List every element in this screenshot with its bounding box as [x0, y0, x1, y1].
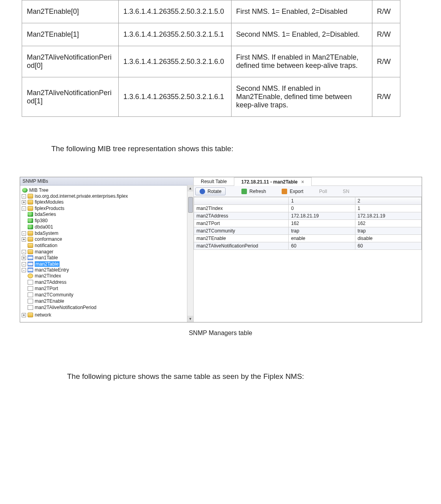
tab-result-table[interactable]: Result Table: [194, 177, 234, 186]
result-cell: 60: [355, 242, 422, 250]
tree-node[interactable]: network: [35, 312, 51, 318]
scroll-thumb[interactable]: [188, 197, 193, 213]
leaf-icon: [28, 218, 33, 223]
result-row-label: man2TPort: [194, 220, 289, 227]
expand-toggle[interactable]: -: [22, 231, 26, 236]
mib-cell-access: R/W: [372, 77, 400, 117]
tree-node[interactable]: fip380: [35, 218, 48, 223]
result-cell: 162: [355, 220, 422, 227]
expand-toggle[interactable]: +: [22, 313, 26, 317]
result-row-label: man2TIndex: [194, 205, 289, 212]
tree-node[interactable]: iso.org.dod.internet.private.enterprises…: [35, 193, 128, 199]
result-toolbar: Rotate Refresh Export Poll SN: [194, 186, 422, 197]
close-icon[interactable]: ×: [301, 179, 304, 185]
folder-icon: [28, 249, 33, 254]
column-icon: [28, 286, 33, 291]
key-icon: [28, 274, 33, 278]
result-row: man2TAddress172.18.21.19172.18.21.19: [194, 212, 422, 220]
result-cell: 0: [289, 205, 355, 212]
mib-table-row: Man2TEnable[1]1.3.6.1.4.1.26355.2.50.3.2…: [22, 23, 400, 46]
tree-scrollbar[interactable]: ▲ ▼: [187, 185, 193, 322]
result-cell: 162: [289, 220, 355, 227]
folder-icon: [28, 231, 33, 236]
result-row-label: man2TAddress: [194, 212, 289, 220]
leaf-icon: [28, 225, 33, 229]
export-label: Export: [290, 189, 303, 194]
tree-node[interactable]: man2TPort: [35, 286, 58, 291]
scroll-down-icon[interactable]: ▼: [187, 316, 193, 322]
intro-text: The following MIB tree representation sh…: [51, 144, 441, 153]
column-icon: [28, 292, 33, 297]
result-row: man2TPort162162: [194, 220, 422, 227]
tree-node[interactable]: notification: [35, 243, 57, 248]
tree-node[interactable]: man2TCommunity: [35, 292, 73, 298]
column-icon: [28, 280, 33, 285]
rotate-button[interactable]: Rotate: [195, 187, 226, 195]
expand-toggle[interactable]: +: [22, 200, 26, 204]
result-grid: 1 2 man2TIndex01man2TAddress172.18.21.19…: [194, 197, 422, 322]
mib-cell-name: Man2TEnable[1]: [22, 23, 119, 46]
expand-toggle[interactable]: +: [22, 237, 26, 242]
poll-label: Poll: [319, 189, 327, 194]
mib-cell-desc: Second NMS. If enabled in Man2TEnable, d…: [231, 77, 372, 117]
mib-tree-panel: SNMP MIBs MIB Tree - iso.org.dod.interne…: [20, 177, 194, 322]
mib-cell-name: Man2TEnable[0]: [22, 0, 119, 23]
expand-toggle[interactable]: -: [22, 206, 26, 211]
scroll-up-icon[interactable]: ▲: [187, 185, 193, 191]
mib-cell-desc: First NMS. 1= Enabled, 2=Disabled: [231, 0, 372, 23]
result-header-col2: 2: [355, 197, 422, 205]
mib-cell-desc: First NMS. If enabled in Man2TEnable, de…: [231, 46, 372, 77]
mib-table-row: Man2TAliveNotificationPeriod[1]1.3.6.1.4…: [22, 77, 400, 117]
result-row-label: man2TAliveNotificationPeriod: [194, 242, 289, 250]
tree-node[interactable]: man1Table: [35, 255, 58, 260]
poll-button[interactable]: Poll: [319, 189, 327, 194]
mib-cell-access: R/W: [372, 0, 400, 23]
result-cell: 172.18.21.19: [355, 212, 422, 220]
export-button[interactable]: Export: [282, 189, 303, 194]
mib-table-row: Man2TAliveNotificationPeriod[0]1.3.6.1.4…: [22, 46, 400, 77]
expand-toggle[interactable]: -: [22, 194, 26, 199]
refresh-icon: [241, 189, 247, 194]
result-cell: trap: [289, 227, 355, 235]
mib-cell-oid: 1.3.6.1.4.1.26355.2.50.3.2.1.6.1: [118, 77, 231, 117]
tree-node[interactable]: bdaSystem: [35, 230, 58, 236]
result-header-col1: 1: [289, 197, 355, 205]
mib-cell-oid: 1.3.6.1.4.1.26355.2.50.3.2.1.6.0: [118, 46, 231, 77]
mib-cell-name: Man2TAliveNotificationPeriod[0]: [22, 46, 119, 77]
expand-toggle[interactable]: -: [22, 262, 26, 266]
globe-icon: [22, 188, 28, 193]
mib-cell-name: Man2TAliveNotificationPeriod[1]: [22, 77, 119, 117]
result-row-label: man2TEnable: [194, 235, 289, 242]
tree-node[interactable]: man2TableEntry: [35, 267, 69, 273]
result-header-blank: [194, 197, 289, 205]
expand-toggle[interactable]: -: [22, 250, 26, 254]
mib-browser-screenshot: SNMP MIBs MIB Tree - iso.org.dod.interne…: [20, 177, 422, 322]
mib-cell-access: R/W: [372, 46, 400, 77]
tree-node[interactable]: bdaSeries: [35, 212, 56, 217]
result-row: man2TIndex01: [194, 205, 422, 212]
tree-node[interactable]: conformance: [35, 236, 62, 242]
tree-node-selected[interactable]: man2Table: [35, 261, 60, 267]
expand-toggle[interactable]: -: [22, 268, 26, 272]
result-tabs: Result Table 172.18.21.11 - man2Table ×: [194, 177, 422, 186]
expand-toggle[interactable]: +: [22, 256, 26, 260]
tree-node[interactable]: dbda001: [35, 224, 53, 230]
result-row: man2TAliveNotificationPeriod6060: [194, 242, 422, 250]
mib-table-row: Man2TEnable[0]1.3.6.1.4.1.26355.2.50.3.2…: [22, 0, 400, 23]
mib-tree[interactable]: MIB Tree - iso.org.dod.internet.private.…: [20, 185, 193, 322]
result-row: man2TEnableenabledisable: [194, 235, 422, 242]
tab-active[interactable]: 172.18.21.11 - man2Table ×: [234, 177, 312, 186]
refresh-label: Refresh: [249, 189, 266, 194]
tree-node[interactable]: fiplexModules: [35, 199, 64, 205]
tree-node[interactable]: man2TIndex: [35, 273, 61, 279]
tree-node[interactable]: man2TAliveNotificationPeriod: [35, 305, 97, 310]
mib-cell-oid: 1.3.6.1.4.1.26355.2.50.3.2.1.5.0: [118, 0, 231, 23]
entry-icon: [28, 268, 33, 272]
tree-node[interactable]: manager: [35, 249, 53, 255]
mib-cell-desc: Second NMS. 1= Enabled, 2=Disabled.: [231, 23, 372, 46]
refresh-button[interactable]: Refresh: [241, 189, 266, 194]
tree-node[interactable]: fiplexProducts: [35, 206, 64, 211]
tree-node[interactable]: man2TAddress: [35, 279, 66, 285]
mib-definition-table: Man2TEnable[0]1.3.6.1.4.1.26355.2.50.3.2…: [22, 0, 400, 117]
tree-node[interactable]: man2TEnable: [35, 298, 64, 304]
